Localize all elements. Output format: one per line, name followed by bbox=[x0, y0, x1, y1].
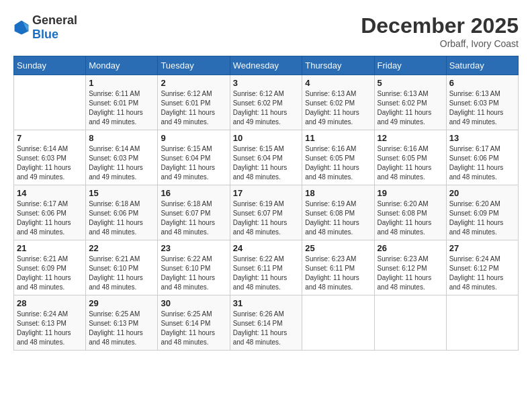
day-number: 30 bbox=[161, 298, 226, 308]
calendar-cell: 3Sunrise: 6:12 AMSunset: 6:02 PMDaylight… bbox=[230, 75, 302, 130]
calendar-cell: 21Sunrise: 6:21 AMSunset: 6:09 PMDayligh… bbox=[14, 240, 86, 295]
day-number: 11 bbox=[305, 133, 371, 143]
day-number: 24 bbox=[233, 243, 300, 253]
calendar-cell: 5Sunrise: 6:13 AMSunset: 6:02 PMDaylight… bbox=[374, 75, 446, 130]
calendar-cell: 30Sunrise: 6:25 AMSunset: 6:14 PMDayligh… bbox=[158, 295, 230, 351]
logo: General Blue bbox=[13, 13, 77, 42]
day-number: 9 bbox=[161, 133, 226, 143]
day-number: 6 bbox=[449, 78, 515, 88]
day-info: Sunrise: 6:19 AMSunset: 6:07 PMDaylight:… bbox=[233, 199, 300, 237]
day-number: 25 bbox=[305, 243, 371, 253]
day-info: Sunrise: 6:22 AMSunset: 6:11 PMDaylight:… bbox=[233, 255, 300, 292]
day-number: 5 bbox=[378, 78, 443, 88]
calendar-cell: 13Sunrise: 6:17 AMSunset: 6:06 PMDayligh… bbox=[446, 130, 518, 185]
day-number: 3 bbox=[233, 78, 300, 88]
day-info: Sunrise: 6:16 AMSunset: 6:05 PMDaylight:… bbox=[305, 144, 371, 182]
calendar-cell: 31Sunrise: 6:26 AMSunset: 6:14 PMDayligh… bbox=[230, 295, 302, 351]
calendar-cell: 27Sunrise: 6:24 AMSunset: 6:12 PMDayligh… bbox=[446, 240, 518, 295]
header-wednesday: Wednesday bbox=[230, 56, 302, 75]
day-number: 19 bbox=[378, 188, 443, 198]
day-info: Sunrise: 6:25 AMSunset: 6:14 PMDaylight:… bbox=[161, 310, 226, 347]
calendar-cell: 6Sunrise: 6:13 AMSunset: 6:03 PMDaylight… bbox=[446, 75, 518, 130]
day-number: 14 bbox=[17, 188, 83, 198]
day-number: 10 bbox=[233, 133, 300, 143]
day-number: 28 bbox=[17, 298, 83, 308]
day-info: Sunrise: 6:13 AMSunset: 6:02 PMDaylight:… bbox=[305, 89, 371, 127]
day-info: Sunrise: 6:13 AMSunset: 6:03 PMDaylight:… bbox=[449, 89, 515, 127]
location-text: Orbaff, Ivory Coast bbox=[361, 38, 519, 49]
day-info: Sunrise: 6:11 AMSunset: 6:01 PMDaylight:… bbox=[89, 89, 154, 127]
day-info: Sunrise: 6:20 AMSunset: 6:09 PMDaylight:… bbox=[449, 199, 515, 237]
day-info: Sunrise: 6:13 AMSunset: 6:02 PMDaylight:… bbox=[378, 89, 443, 127]
calendar-cell: 18Sunrise: 6:19 AMSunset: 6:08 PMDayligh… bbox=[302, 185, 374, 240]
calendar-week-row: 1Sunrise: 6:11 AMSunset: 6:01 PMDaylight… bbox=[14, 75, 519, 130]
calendar-cell bbox=[302, 295, 374, 351]
calendar-table: SundayMondayTuesdayWednesdayThursdayFrid… bbox=[13, 56, 519, 351]
day-number: 23 bbox=[161, 243, 226, 253]
calendar-cell: 15Sunrise: 6:18 AMSunset: 6:06 PMDayligh… bbox=[86, 185, 158, 240]
day-info: Sunrise: 6:16 AMSunset: 6:05 PMDaylight:… bbox=[378, 144, 443, 182]
calendar-cell: 16Sunrise: 6:18 AMSunset: 6:07 PMDayligh… bbox=[158, 185, 230, 240]
day-info: Sunrise: 6:18 AMSunset: 6:06 PMDaylight:… bbox=[89, 199, 154, 237]
day-info: Sunrise: 6:12 AMSunset: 6:01 PMDaylight:… bbox=[161, 89, 226, 127]
day-info: Sunrise: 6:18 AMSunset: 6:07 PMDaylight:… bbox=[161, 199, 226, 237]
day-number: 4 bbox=[305, 78, 371, 88]
day-number: 15 bbox=[89, 188, 154, 198]
calendar-cell: 7Sunrise: 6:14 AMSunset: 6:03 PMDaylight… bbox=[14, 130, 86, 185]
day-number: 27 bbox=[449, 243, 515, 253]
day-info: Sunrise: 6:21 AMSunset: 6:10 PMDaylight:… bbox=[89, 255, 154, 292]
calendar-cell: 25Sunrise: 6:23 AMSunset: 6:11 PMDayligh… bbox=[302, 240, 374, 295]
header-saturday: Saturday bbox=[446, 56, 518, 75]
day-info: Sunrise: 6:15 AMSunset: 6:04 PMDaylight:… bbox=[233, 144, 300, 182]
day-number: 17 bbox=[233, 188, 300, 198]
calendar-cell: 14Sunrise: 6:17 AMSunset: 6:06 PMDayligh… bbox=[14, 185, 86, 240]
day-info: Sunrise: 6:24 AMSunset: 6:13 PMDaylight:… bbox=[17, 310, 83, 347]
day-number: 1 bbox=[89, 78, 154, 88]
calendar-cell: 9Sunrise: 6:15 AMSunset: 6:04 PMDaylight… bbox=[158, 130, 230, 185]
day-number: 31 bbox=[233, 298, 300, 308]
calendar-cell: 29Sunrise: 6:25 AMSunset: 6:13 PMDayligh… bbox=[86, 295, 158, 351]
day-info: Sunrise: 6:12 AMSunset: 6:02 PMDaylight:… bbox=[233, 89, 300, 127]
calendar-cell: 10Sunrise: 6:15 AMSunset: 6:04 PMDayligh… bbox=[230, 130, 302, 185]
calendar-cell: 22Sunrise: 6:21 AMSunset: 6:10 PMDayligh… bbox=[86, 240, 158, 295]
calendar-cell: 19Sunrise: 6:20 AMSunset: 6:08 PMDayligh… bbox=[374, 185, 446, 240]
day-info: Sunrise: 6:17 AMSunset: 6:06 PMDaylight:… bbox=[449, 144, 515, 182]
day-info: Sunrise: 6:15 AMSunset: 6:04 PMDaylight:… bbox=[161, 144, 226, 182]
calendar-cell bbox=[446, 295, 518, 351]
logo-general-text: General bbox=[32, 13, 77, 27]
day-number: 2 bbox=[161, 78, 226, 88]
logo-icon bbox=[13, 19, 30, 36]
day-number: 8 bbox=[89, 133, 154, 143]
day-number: 13 bbox=[449, 133, 515, 143]
day-number: 12 bbox=[378, 133, 443, 143]
day-info: Sunrise: 6:23 AMSunset: 6:12 PMDaylight:… bbox=[378, 255, 443, 292]
calendar-cell: 11Sunrise: 6:16 AMSunset: 6:05 PMDayligh… bbox=[302, 130, 374, 185]
logo-blue-text: Blue bbox=[32, 28, 58, 41]
calendar-header-row: SundayMondayTuesdayWednesdayThursdayFrid… bbox=[14, 56, 519, 75]
title-block: December 2025 Orbaff, Ivory Coast bbox=[361, 13, 519, 49]
calendar-cell: 1Sunrise: 6:11 AMSunset: 6:01 PMDaylight… bbox=[86, 75, 158, 130]
calendar-cell: 23Sunrise: 6:22 AMSunset: 6:10 PMDayligh… bbox=[158, 240, 230, 295]
day-info: Sunrise: 6:23 AMSunset: 6:11 PMDaylight:… bbox=[305, 255, 371, 292]
calendar-cell: 24Sunrise: 6:22 AMSunset: 6:11 PMDayligh… bbox=[230, 240, 302, 295]
day-number: 20 bbox=[449, 188, 515, 198]
day-info: Sunrise: 6:14 AMSunset: 6:03 PMDaylight:… bbox=[17, 144, 83, 182]
calendar-cell bbox=[374, 295, 446, 351]
header-tuesday: Tuesday bbox=[158, 56, 230, 75]
day-info: Sunrise: 6:19 AMSunset: 6:08 PMDaylight:… bbox=[305, 199, 371, 237]
day-number: 29 bbox=[89, 298, 154, 308]
day-info: Sunrise: 6:24 AMSunset: 6:12 PMDaylight:… bbox=[449, 255, 515, 292]
calendar-cell: 28Sunrise: 6:24 AMSunset: 6:13 PMDayligh… bbox=[14, 295, 86, 351]
day-number: 16 bbox=[161, 188, 226, 198]
day-number: 21 bbox=[17, 243, 83, 253]
day-number: 7 bbox=[17, 133, 83, 143]
calendar-cell: 4Sunrise: 6:13 AMSunset: 6:02 PMDaylight… bbox=[302, 75, 374, 130]
header-monday: Monday bbox=[86, 56, 158, 75]
day-number: 26 bbox=[378, 243, 443, 253]
calendar-cell: 17Sunrise: 6:19 AMSunset: 6:07 PMDayligh… bbox=[230, 185, 302, 240]
page-header: General Blue December 2025 Orbaff, Ivory… bbox=[13, 13, 519, 49]
calendar-week-row: 21Sunrise: 6:21 AMSunset: 6:09 PMDayligh… bbox=[14, 240, 519, 295]
header-friday: Friday bbox=[374, 56, 446, 75]
header-thursday: Thursday bbox=[302, 56, 374, 75]
calendar-cell bbox=[14, 75, 86, 130]
